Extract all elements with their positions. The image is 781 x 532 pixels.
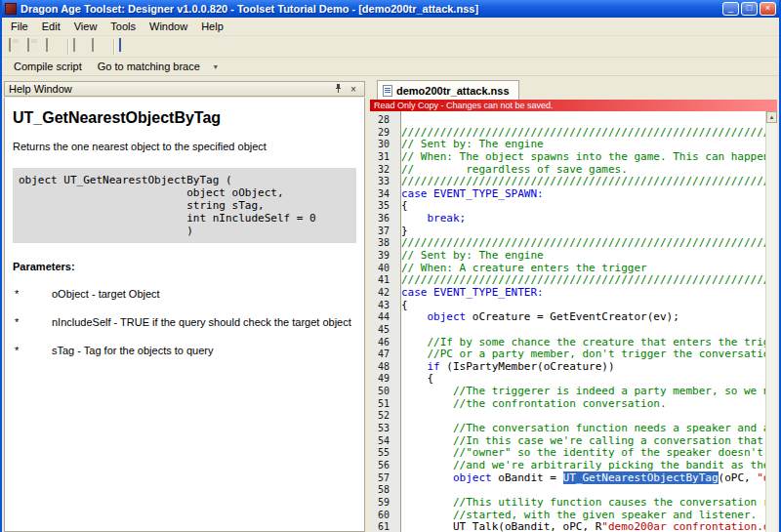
line-number: 41 bbox=[370, 274, 395, 287]
line-number: 42 bbox=[370, 287, 395, 300]
compile-script-button[interactable]: Compile script bbox=[8, 60, 88, 73]
line-number: 28 bbox=[370, 114, 395, 127]
line-number: 31 bbox=[370, 151, 395, 164]
line-number: 56 bbox=[370, 460, 395, 472]
save-all-icon[interactable] bbox=[26, 39, 42, 54]
toolbar-separator bbox=[113, 39, 114, 55]
function-name-heading: UT_GetNearestObjectByTag bbox=[13, 109, 356, 127]
save-icon[interactable] bbox=[8, 39, 23, 54]
line-number: 38 bbox=[370, 237, 395, 250]
script-editor-panel: demo200tr_attack.nss Read Only Copy - Ch… bbox=[370, 76, 777, 532]
line-number: 61 bbox=[370, 521, 395, 532]
maximize-icon: □ bbox=[747, 4, 752, 13]
app-icon bbox=[5, 3, 17, 15]
line-number: 46 bbox=[370, 337, 395, 349]
function-description: Returns the one nearest object to the sp… bbox=[13, 141, 356, 152]
tab-strip: demo200tr_attack.nss bbox=[370, 76, 777, 100]
bullet: * bbox=[13, 345, 52, 356]
line-number: 55 bbox=[370, 447, 395, 460]
close-button[interactable]: × bbox=[760, 2, 776, 16]
tab-label: demo200tr_attack.nss bbox=[396, 85, 510, 97]
menu-file[interactable]: File bbox=[4, 19, 35, 34]
document-icon bbox=[383, 85, 392, 97]
cut-icon[interactable] bbox=[72, 39, 88, 54]
parameters-label: Parameters: bbox=[13, 261, 356, 272]
parameter-text: sTag - Tag for the objects to query bbox=[52, 345, 356, 356]
parameter-item: * oObject - target Object bbox=[13, 288, 356, 300]
titlebar: Dragon Age Toolset: Designer v1.0.0.820 … bbox=[2, 0, 779, 18]
line-number: 57 bbox=[370, 472, 395, 485]
pin-icon[interactable] bbox=[331, 83, 345, 96]
app-window: Dragon Age Toolset: Designer v1.0.0.820 … bbox=[0, 0, 781, 532]
signature-line: int nIncludeSelf = 0 bbox=[19, 212, 350, 225]
code-line: 34case EVENT_TYPE_SPAWN: bbox=[370, 188, 765, 201]
signature-line: string sTag, bbox=[19, 199, 350, 212]
selected-text: UT_GetNearestObjectByTag bbox=[563, 471, 719, 484]
line-number: 35 bbox=[370, 200, 395, 213]
line-number: 39 bbox=[370, 250, 395, 263]
line-number: 40 bbox=[370, 263, 395, 275]
line-number: 44 bbox=[370, 311, 395, 324]
script-toolbar: Compile script Go to matching brace ▾ bbox=[2, 58, 779, 76]
line-number: 34 bbox=[370, 188, 395, 201]
menu-help[interactable]: Help bbox=[194, 19, 230, 34]
line-number: 51 bbox=[370, 398, 395, 411]
code-line: 44 object oCreature = GetEventCreator(ev… bbox=[370, 311, 765, 324]
main-area: Help Window × UT_GetNearestObjectByTag R… bbox=[4, 76, 777, 532]
code-editor[interactable]: 2829////////////////////////////////////… bbox=[370, 111, 777, 532]
parameter-text: nIncludeSelf - TRUE if the query should … bbox=[52, 316, 356, 328]
window-title: Dragon Age Toolset: Designer v1.0.0.820 … bbox=[21, 3, 720, 15]
minimize-button[interactable]: _ bbox=[722, 2, 739, 16]
line-number: 48 bbox=[370, 361, 395, 374]
line-number: 52 bbox=[370, 410, 395, 423]
code-line: 42case EVENT_TYPE_ENTER: bbox=[370, 287, 765, 300]
menu-tools[interactable]: Tools bbox=[103, 19, 143, 34]
readonly-banner: Read Only Copy - Changes can not be save… bbox=[370, 100, 777, 111]
print-icon[interactable] bbox=[45, 39, 61, 54]
line-number: 60 bbox=[370, 510, 395, 522]
minimize-icon: _ bbox=[728, 4, 733, 13]
line-number: 43 bbox=[370, 300, 395, 312]
function-signature-block: object UT_GetNearestObjectByTag ( object… bbox=[13, 168, 356, 243]
signature-line: ) bbox=[19, 225, 350, 237]
bullet: * bbox=[13, 288, 52, 300]
parameter-item: * nIncludeSelf - TRUE if the query shoul… bbox=[13, 316, 356, 328]
menu-view[interactable]: View bbox=[67, 19, 104, 34]
line-number: 58 bbox=[370, 484, 395, 497]
menu-edit[interactable]: Edit bbox=[35, 19, 67, 34]
main-toolbar bbox=[2, 36, 779, 58]
bullet: * bbox=[13, 316, 52, 328]
line-number: 30 bbox=[370, 139, 395, 151]
line-number: 32 bbox=[370, 164, 395, 177]
toolbar-overflow-icon[interactable]: ▾ bbox=[210, 62, 222, 71]
parameter-item: * sTag - Tag for the objects to query bbox=[13, 345, 356, 356]
maximize-button[interactable]: □ bbox=[741, 2, 758, 16]
parameter-text: oObject - target Object bbox=[52, 288, 356, 300]
copy-icon[interactable] bbox=[91, 39, 106, 54]
editor-scrollbar[interactable]: ▲ bbox=[765, 111, 777, 532]
line-number: 59 bbox=[370, 497, 395, 510]
help-window-panel: Help Window × UT_GetNearestObjectByTag R… bbox=[4, 81, 365, 532]
help-content: UT_GetNearestObjectByTag Returns the one… bbox=[4, 98, 365, 532]
help-close-icon[interactable]: × bbox=[347, 83, 360, 96]
help-window-title: Help Window bbox=[9, 83, 329, 95]
signature-line: object UT_GetNearestObjectByTag ( bbox=[19, 174, 350, 186]
line-number: 49 bbox=[370, 373, 395, 386]
scroll-up-icon[interactable]: ▲ bbox=[766, 111, 777, 123]
code-line: 61 UT_Talk(oBandit, oPC, R"demo200ar_con… bbox=[370, 521, 765, 532]
line-number: 53 bbox=[370, 423, 395, 435]
code-lines: 2829////////////////////////////////////… bbox=[370, 114, 765, 532]
close-icon: × bbox=[765, 4, 770, 13]
code-line: 57 object oBandit = UT_GetNearestObjectB… bbox=[370, 472, 765, 485]
go-to-matching-brace-button[interactable]: Go to matching brace bbox=[92, 60, 206, 73]
toolbar-separator bbox=[67, 39, 68, 55]
script-icon[interactable] bbox=[118, 39, 134, 54]
menu-bar: File Edit View Tools Window Help bbox=[2, 18, 779, 36]
menu-window[interactable]: Window bbox=[143, 19, 194, 34]
code-line: 36 break; bbox=[370, 213, 765, 225]
line-number: 45 bbox=[370, 324, 395, 337]
signature-line: object oObject, bbox=[19, 186, 350, 199]
line-number: 33 bbox=[370, 176, 395, 188]
line-number: 54 bbox=[370, 435, 395, 448]
tab-demo200tr-attack[interactable]: demo200tr_attack.nss bbox=[377, 80, 519, 100]
